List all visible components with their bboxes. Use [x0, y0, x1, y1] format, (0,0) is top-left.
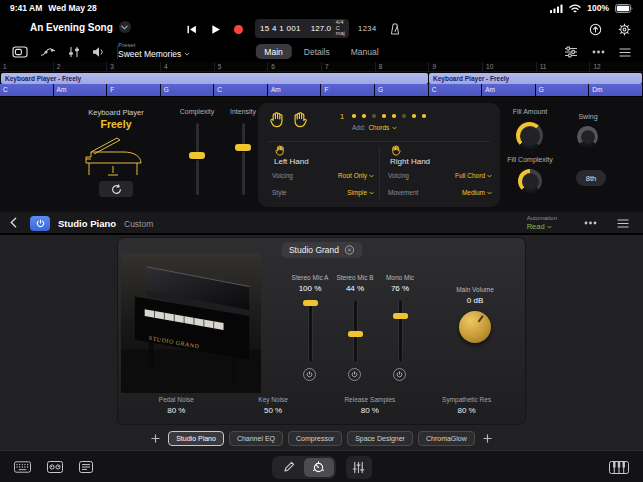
plugin-power-button[interactable]: [30, 216, 50, 231]
add-label: Add:: [352, 124, 365, 131]
param-pedal-noise[interactable]: Pedal Noise 80 %: [128, 396, 225, 415]
automation-control[interactable]: Automation Read: [527, 215, 557, 231]
region-keyboard-player-2[interactable]: Keyboard Player - Freely: [429, 73, 642, 84]
main-volume-knob[interactable]: [459, 311, 491, 343]
chord-cell[interactable]: F: [321, 84, 375, 96]
lcd-tempo[interactable]: 127.0: [311, 24, 331, 33]
plugins-view-button[interactable]: [304, 458, 334, 477]
chord-cell[interactable]: C: [0, 84, 54, 96]
swing-knob[interactable]: [577, 126, 598, 147]
param-sympathetic-res[interactable]: Sympathetic Res 80 %: [418, 396, 515, 415]
go-to-beginning-button[interactable]: [186, 24, 197, 35]
plugin-preset-selector[interactable]: Custom: [124, 219, 153, 229]
display-settings-button[interactable]: [564, 46, 578, 58]
player-style-selector[interactable]: Freely: [58, 118, 174, 130]
regions-view-button[interactable]: [12, 46, 28, 58]
automation-view-button[interactable]: [40, 46, 56, 58]
song-menu-chevron-icon[interactable]: [119, 21, 131, 33]
plugin-chain-item-compressor[interactable]: Compressor: [288, 431, 342, 446]
add-plugin-button-left[interactable]: [148, 434, 163, 443]
add-chords-control[interactable]: Add: Chords: [352, 124, 397, 131]
timeline-ruler[interactable]: 1 2 3 4 5 6 7 8 9 10 11 12: [0, 62, 643, 72]
lcd-playhead-position[interactable]: 15 4 1 001: [260, 24, 301, 33]
tab-manual[interactable]: Manual: [342, 44, 388, 59]
menu-button[interactable]: [619, 48, 631, 57]
add-plugin-button-right[interactable]: [480, 434, 495, 443]
plugin-chain-item-chromaglow[interactable]: ChromaGlow: [418, 431, 475, 446]
mic-slider[interactable]: [309, 300, 312, 362]
chevron-down-icon: [392, 126, 397, 130]
chord-cell[interactable]: G: [536, 84, 590, 96]
complexity-slider-thumb[interactable]: [189, 152, 205, 159]
plugin-chain-item-channel-eq[interactable]: Channel EQ: [229, 431, 283, 446]
left-hand-icon[interactable]: [268, 110, 286, 128]
regenerate-performance-button[interactable]: [99, 181, 133, 197]
fader-view-button[interactable]: [68, 46, 80, 58]
mic-slider[interactable]: [354, 300, 357, 362]
play-surface-button[interactable]: [609, 461, 629, 474]
piano-model-selector[interactable]: Studio Grand: [281, 242, 362, 258]
chord-cell[interactable]: G: [161, 84, 215, 96]
hamburger-icon: [619, 48, 631, 57]
browser-button[interactable]: [79, 461, 93, 473]
count-in-button[interactable]: 1234: [358, 24, 377, 33]
right-hand-movement-row[interactable]: Movement Medium: [388, 189, 492, 196]
plugin-chain-item-space-designer[interactable]: Space Designer: [347, 431, 413, 446]
editor-tabs: Main Details Manual: [255, 44, 387, 59]
fill-amount-knob[interactable]: [516, 122, 543, 149]
editor-pencil-button[interactable]: [274, 458, 304, 477]
mic-power-button[interactable]: [303, 368, 316, 381]
chord-cell[interactable]: Am: [268, 84, 322, 96]
record-button[interactable]: [234, 25, 243, 34]
right-hand-icon[interactable]: [291, 110, 309, 128]
tab-details[interactable]: Details: [295, 44, 339, 59]
plugin-chain-item-studio-piano[interactable]: Studio Piano: [168, 431, 224, 446]
intensity-slider[interactable]: [242, 123, 245, 195]
fill-complexity-knob[interactable]: [518, 169, 542, 193]
tab-main[interactable]: Main: [255, 44, 291, 59]
complexity-slider[interactable]: [196, 123, 199, 195]
back-button[interactable]: [10, 217, 17, 228]
plugin-more-button[interactable]: [584, 221, 597, 225]
typing-keyboard-button[interactable]: [14, 461, 31, 473]
metronome-button[interactable]: [390, 23, 400, 35]
share-button[interactable]: [589, 23, 602, 36]
play-button[interactable]: [210, 24, 221, 35]
more-button[interactable]: [592, 50, 605, 54]
lcd-display[interactable]: 15 4 1 001 127.0 4/4 C maj: [255, 19, 349, 38]
intensity-slider-thumb[interactable]: [235, 144, 251, 151]
lcd-signature[interactable]: 4/4 C maj: [336, 20, 345, 37]
param-release-samples[interactable]: Release Samples 80 %: [322, 396, 419, 415]
mic-power-button[interactable]: [348, 368, 361, 381]
mic-power-button[interactable]: [393, 368, 406, 381]
right-hand-voicing-row[interactable]: Voicing Full Chord: [388, 172, 492, 179]
chord-cell[interactable]: Am: [482, 84, 536, 96]
fader-icon: [68, 46, 80, 58]
preset-selector[interactable]: Preset Sweet Memories: [118, 42, 190, 59]
left-hand-voicing-row[interactable]: Voicing Root Only: [272, 172, 374, 179]
chord-cell[interactable]: C: [429, 84, 483, 96]
fill-rate-button[interactable]: 8th: [576, 170, 606, 186]
beat-pattern-strip[interactable]: [352, 114, 426, 118]
mic-slider[interactable]: [399, 300, 402, 362]
monitor-button[interactable]: [92, 46, 105, 58]
mixer-view-button[interactable]: [346, 456, 372, 479]
chord-cell[interactable]: Am: [54, 84, 108, 96]
chord-cell[interactable]: Dm: [589, 84, 643, 96]
region-keyboard-player-1[interactable]: Keyboard Player - Freely: [1, 73, 428, 84]
settings-button[interactable]: [618, 23, 631, 36]
close-circle-icon[interactable]: [344, 245, 354, 255]
param-key-noise[interactable]: Key Noise 50 %: [225, 396, 322, 415]
chord-cell[interactable]: F: [107, 84, 161, 96]
mic-slider-thumb[interactable]: [303, 300, 318, 306]
plugin-menu-button[interactable]: [617, 219, 629, 228]
mic-slider-thumb[interactable]: [348, 331, 363, 337]
controls-panel-button[interactable]: [47, 461, 63, 473]
left-hand-style-row[interactable]: Style Simple: [272, 189, 374, 196]
automation-mode: Read: [527, 222, 545, 231]
chord-cell[interactable]: C: [214, 84, 268, 96]
chord-cell[interactable]: G: [375, 84, 429, 96]
song-title-menu[interactable]: An Evening Song: [30, 21, 131, 33]
main-volume-control: Main Volume 0 dB: [445, 286, 505, 343]
mic-slider-thumb[interactable]: [393, 313, 408, 319]
